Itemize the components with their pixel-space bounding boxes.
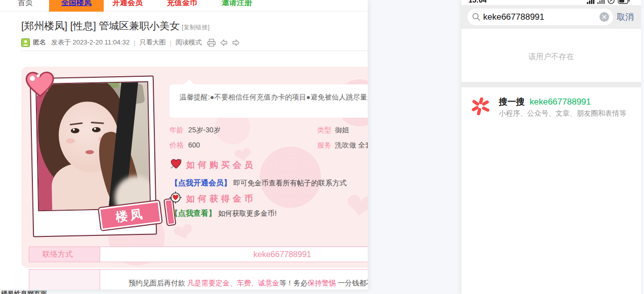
target-heart-icon [169, 191, 182, 204]
section-divider [461, 82, 641, 87]
contact-label: 联络方式 [29, 247, 100, 262]
field-label-type: 类型 [317, 126, 331, 135]
prev-arrow-icon[interactable] [220, 39, 228, 46]
sousou-spark-icon [471, 96, 490, 116]
cancel-button[interactable]: 取消 [617, 11, 634, 23]
sousou-query: keke667788991 [530, 97, 591, 107]
signal-icon [587, 0, 594, 4]
sousou-result-row[interactable]: 搜一搜keke667788991 小程序、公众号、文章、朋友圈和表情等 [461, 87, 641, 294]
coin-section-title: 如何获得金币 [186, 193, 256, 205]
forum-nav: 首页 全国楼凤 开通会员 充值金币 邀请注册 [0, 0, 368, 12]
contact-value[interactable]: keke667788991 [234, 247, 330, 262]
screenshot-root: 首页 全国楼凤 开通会员 充值金币 邀请注册 [郑州楼凤] [性息] 管城区兼职… [0, 0, 644, 294]
post-title: [郑州楼凤] [性息] 管城区兼职小美女[复制链接] [21, 19, 209, 33]
print-icon[interactable] [207, 38, 216, 47]
separator: | [134, 39, 135, 46]
battery-icon [618, 0, 630, 4]
search-result-empty-section: 该用户不存在 [461, 29, 641, 82]
open-vip-link[interactable]: 【点我开通会员】 [170, 178, 231, 187]
post-meta-row: 匿名 发表于 2023-2-20 11:04:32 | 只看大图 | 阅读模式 [21, 37, 240, 47]
signal-icon-2 [597, 0, 605, 4]
contact-row: 联络方式 keke667788991 [29, 247, 368, 262]
photo-image [35, 81, 151, 212]
buy-section-title: 如何购买会员 [186, 159, 256, 171]
wechat-panel: 15:04 [461, 0, 641, 294]
view-images-link[interactable]: 只看大图 [140, 38, 166, 47]
post-author[interactable]: 匿名 [33, 38, 46, 47]
separator: | [170, 39, 171, 46]
status-icons [587, 0, 630, 4]
coin-section-desc: 如何获取更多金币! [218, 209, 277, 217]
next-arrow-icon[interactable] [232, 39, 240, 46]
status-bar: 15:04 [461, 0, 641, 5]
field-value-type: 御姐 [335, 126, 349, 135]
notice-box: 温馨提醒:●不要相信任何充值办卡的项目●避免被仙人跳尽量别在酒店约 [169, 84, 368, 118]
sousou-subtitle: 小程序、公众号、文章、朋友圈和表情等 [499, 109, 626, 118]
cupid-heart-icon [169, 158, 183, 170]
search-bar-area: keke667788991 取消 [461, 5, 641, 29]
field-label-price: 价格 [169, 141, 184, 150]
view-coins-link[interactable]: 【点我查看】 [170, 209, 216, 217]
nav-item-invite[interactable]: 邀请注册 [222, 0, 252, 12]
notice-text: 温馨提醒:●不要相信任何充值办卡的项目●避免被仙人跳尽量别在酒店约 [180, 93, 368, 102]
heart-sticker-icon [24, 71, 56, 100]
nav-tab-active-national[interactable]: 全国楼凤 [49, 0, 104, 12]
nav-item-coins[interactable]: 充值金币 [167, 0, 197, 12]
buy-section-desc: 即可免金币查看所有帖子的联系方式 [233, 179, 347, 187]
user-not-exist-message: 该用户不存在 [461, 52, 641, 62]
search-input[interactable]: keke667788991 [467, 9, 613, 25]
coin-section-line: 【点我查看】 如何获取更多金币! [170, 209, 277, 218]
nav-tab-label: 全国楼凤 [61, 0, 92, 8]
mute-icon [608, 0, 615, 4]
field-label-service: 服务 [317, 141, 331, 150]
field-label-age: 年龄 [169, 126, 184, 135]
nav-item-home[interactable]: 首页 [18, 0, 33, 12]
buy-section-line: 【点我开通会员】 即可免金币查看所有帖子的联系方式 [170, 178, 347, 188]
bottom-warning-box: 预约见面后再付款 凡是需要定金、车费、诚意金等！务必保持警惕 一分钱都不要先给；… [29, 269, 368, 289]
profile-photo[interactable]: 楼凤 [30, 75, 157, 237]
copy-link[interactable]: [复制链接] [182, 24, 209, 31]
bottom-warning-left-cell [29, 270, 100, 289]
clear-search-icon[interactable] [599, 12, 609, 22]
status-time: 15:04 [468, 0, 487, 4]
search-query-text: keke667788991 [483, 12, 544, 22]
post-info-card: ❤ ❤ ❤ ❤ [21, 67, 368, 268]
clipped-footer-text: 楼凤性息网页面 [1, 289, 122, 294]
anonymous-avatar-icon [21, 38, 30, 47]
sousou-title: 搜一搜keke667788991 [499, 96, 591, 108]
field-value-service: 洗吹做 全套服务 [335, 141, 368, 150]
field-value-age: 25岁-30岁 [188, 126, 221, 135]
read-mode-link[interactable]: 阅读模式 [176, 38, 202, 47]
decor-heart: ❤ [342, 183, 368, 230]
divider [21, 51, 368, 51]
field-value-price: 600 [188, 141, 200, 149]
nav-item-vip[interactable]: 开通会员 [112, 0, 143, 12]
search-icon [472, 13, 481, 21]
post-timestamp: 发表于 2023-2-20 11:04:32 [51, 38, 130, 47]
bottom-warning-text: 预约见面后再付款 凡是需要定金、车费、诚意金等！务必保持警惕 一分钱都不要先给；… [128, 279, 368, 288]
forum-page: 首页 全国楼凤 开通会员 充值金币 邀请注册 [郑州楼凤] [性息] 管城区兼职… [0, 0, 368, 289]
